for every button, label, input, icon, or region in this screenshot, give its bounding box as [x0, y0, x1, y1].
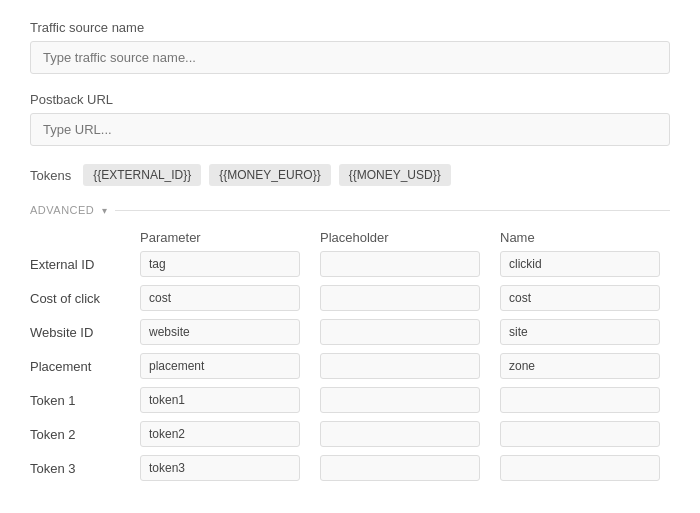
placeholder-input-4[interactable] — [320, 387, 480, 413]
table-row: Cost of click — [30, 285, 670, 311]
placeholder-input-5[interactable] — [320, 421, 480, 447]
row-label-5: Token 2 — [30, 427, 140, 442]
advanced-label: ADVANCED — [30, 204, 94, 216]
name-input-2[interactable] — [500, 319, 660, 345]
placeholder-input-6[interactable] — [320, 455, 480, 481]
row-label-1: Cost of click — [30, 291, 140, 306]
table-header-row: Parameter Placeholder Name — [30, 230, 670, 245]
param-input-6[interactable] — [140, 455, 300, 481]
param-input-0[interactable] — [140, 251, 300, 277]
name-input-3[interactable] — [500, 353, 660, 379]
table-row: External ID — [30, 251, 670, 277]
param-input-1[interactable] — [140, 285, 300, 311]
traffic-source-group: Traffic source name — [30, 20, 670, 74]
placeholder-input-0[interactable] — [320, 251, 480, 277]
parameters-table: Parameter Placeholder Name External ID C… — [30, 230, 670, 481]
tokens-label: Tokens — [30, 168, 71, 183]
col-header-placeholder: Placeholder — [320, 230, 500, 245]
advanced-arrow-icon: ▾ — [102, 205, 107, 216]
table-row: Token 2 — [30, 421, 670, 447]
token-badge-external-id[interactable]: {{EXTERNAL_ID}} — [83, 164, 201, 186]
traffic-source-input[interactable] — [30, 41, 670, 74]
table-row: Website ID — [30, 319, 670, 345]
advanced-section: ADVANCED ▾ Parameter Placeholder Name Ex… — [30, 204, 670, 481]
row-label-4: Token 1 — [30, 393, 140, 408]
param-input-4[interactable] — [140, 387, 300, 413]
row-label-3: Placement — [30, 359, 140, 374]
col-header-name: Name — [500, 230, 680, 245]
table-row: Placement — [30, 353, 670, 379]
row-label-2: Website ID — [30, 325, 140, 340]
traffic-source-label: Traffic source name — [30, 20, 670, 35]
col-header-parameter: Parameter — [140, 230, 320, 245]
advanced-divider — [115, 210, 670, 211]
name-input-6[interactable] — [500, 455, 660, 481]
param-input-5[interactable] — [140, 421, 300, 447]
placeholder-input-3[interactable] — [320, 353, 480, 379]
postback-url-label: Postback URL — [30, 92, 670, 107]
param-input-3[interactable] — [140, 353, 300, 379]
postback-url-group: Postback URL — [30, 92, 670, 146]
placeholder-input-2[interactable] — [320, 319, 480, 345]
table-row: Token 1 — [30, 387, 670, 413]
name-input-5[interactable] — [500, 421, 660, 447]
name-input-4[interactable] — [500, 387, 660, 413]
name-input-1[interactable] — [500, 285, 660, 311]
token-badge-money-euro[interactable]: {{MONEY_EURO}} — [209, 164, 330, 186]
placeholder-input-1[interactable] — [320, 285, 480, 311]
param-input-2[interactable] — [140, 319, 300, 345]
row-label-6: Token 3 — [30, 461, 140, 476]
tokens-row: Tokens {{EXTERNAL_ID}} {{MONEY_EURO}} {{… — [30, 164, 670, 186]
table-row: Token 3 — [30, 455, 670, 481]
table-body: External ID Cost of click Website ID — [30, 251, 670, 481]
col-header-empty — [30, 230, 140, 245]
row-label-0: External ID — [30, 257, 140, 272]
advanced-header[interactable]: ADVANCED ▾ — [30, 204, 670, 216]
postback-url-input[interactable] — [30, 113, 670, 146]
token-badge-money-usd[interactable]: {{MONEY_USD}} — [339, 164, 451, 186]
name-input-0[interactable] — [500, 251, 660, 277]
